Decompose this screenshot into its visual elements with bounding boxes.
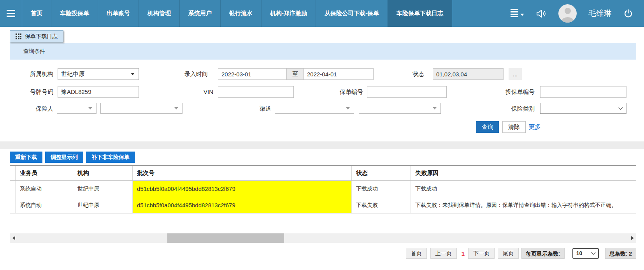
next-page-button[interactable]: 下一页 bbox=[468, 248, 495, 259]
tab-label: 保单下载日志 bbox=[25, 33, 58, 40]
scroll-right-arrow[interactable] bbox=[628, 233, 636, 243]
query-panel: 查询条件 所属机构 世纪中原 录入时间 至 状态 ... 号牌号码 VIN 保单… bbox=[10, 43, 636, 141]
top-navbar: 首页 车险投保单 出单账号 机构管理 系统用户 银行流水 机构-郑汴激励 从保险… bbox=[0, 0, 644, 27]
avatar-torso bbox=[562, 17, 574, 23]
row-empty-cell bbox=[10, 197, 16, 213]
entry-time-to-separator: 至 bbox=[286, 68, 304, 80]
total-count-label: 总条数: 2 bbox=[605, 248, 636, 259]
header-batch-no: 批次号 bbox=[133, 166, 352, 180]
status-more-button[interactable]: ... bbox=[509, 68, 522, 80]
caret-down-icon bbox=[346, 107, 350, 109]
row-batch-no: d51cbb5f0a004f4495bdd82813c2f679 bbox=[133, 197, 352, 213]
insurer-select-1[interactable] bbox=[57, 103, 97, 114]
nav-item-system-users[interactable]: 系统用户 bbox=[179, 0, 220, 27]
hamburger-bars bbox=[7, 10, 15, 17]
per-page-select[interactable]: 10 bbox=[572, 248, 599, 259]
header-salesman: 业务员 bbox=[16, 166, 73, 180]
nav-item-policy-download-log[interactable]: 车险保单下载日志 bbox=[388, 0, 452, 27]
policy-no-label: 保单编号 bbox=[320, 86, 363, 98]
row-status: 下载失败 bbox=[352, 197, 411, 213]
caret-down-icon bbox=[174, 107, 178, 109]
header-empty bbox=[10, 166, 16, 180]
header-org: 机构 bbox=[73, 166, 133, 180]
nav-item-org-incentive[interactable]: 机构-郑汴激励 bbox=[261, 0, 316, 27]
nav-item-download-from-insurer[interactable]: 从保险公司下载-保单 bbox=[316, 0, 388, 27]
tab-bar: 保单下载日志 bbox=[0, 27, 644, 43]
grid-icon bbox=[16, 34, 21, 39]
vin-input[interactable] bbox=[218, 86, 294, 98]
last-page-button[interactable]: 尾页 bbox=[498, 248, 519, 259]
tab-policy-download-log[interactable]: 保单下载日志 bbox=[10, 30, 63, 42]
nav-item-bank-flow[interactable]: 银行流水 bbox=[220, 0, 261, 27]
avatar[interactable] bbox=[558, 4, 577, 23]
per-page-label: 每页显示条数: bbox=[521, 248, 565, 259]
vin-label: VIN bbox=[170, 86, 213, 98]
navbar-right: 毛维琳 bbox=[511, 0, 644, 27]
search-button[interactable]: 查询 bbox=[476, 121, 499, 133]
policy-no-input[interactable] bbox=[367, 86, 447, 98]
insurance-type-select[interactable] bbox=[540, 103, 626, 114]
nav-item-auto-proposal[interactable]: 车险投保单 bbox=[51, 0, 98, 27]
prev-page-button[interactable]: 上一页 bbox=[430, 248, 457, 259]
proposal-no-label: 投保单编号 bbox=[492, 86, 535, 98]
caret-down-icon bbox=[131, 73, 135, 75]
proposal-no-input[interactable] bbox=[540, 86, 626, 98]
scrollbar-thumb[interactable] bbox=[167, 233, 284, 243]
row-empty-cell bbox=[10, 181, 16, 197]
main-nav: 首页 车险投保单 出单账号 机构管理 系统用户 银行流水 机构-郑汴激励 从保险… bbox=[22, 0, 452, 27]
triangle-left-icon bbox=[12, 236, 15, 240]
avatar-head bbox=[565, 8, 571, 14]
nav-item-home[interactable]: 首页 bbox=[22, 0, 51, 27]
entry-time-to-input[interactable] bbox=[304, 68, 374, 80]
chevron-down-icon bbox=[618, 105, 623, 109]
first-page-button[interactable]: 首页 bbox=[406, 248, 427, 259]
header-status: 状态 bbox=[352, 166, 411, 180]
entry-time-from-input[interactable] bbox=[218, 68, 287, 80]
triangle-right-icon bbox=[631, 236, 634, 240]
plate-input[interactable] bbox=[58, 86, 139, 98]
row-org: 世纪中原 bbox=[73, 197, 133, 213]
table-header-row: 业务员 机构 批次号 状态 失败原因 bbox=[10, 166, 636, 181]
download-non-auto-button[interactable]: 补下非车险保单 bbox=[86, 152, 135, 163]
download-log-table: 业务员 机构 批次号 状态 失败原因 系统自动 世纪中原 d51cbb5f0a0… bbox=[10, 165, 636, 214]
row-status: 下载成功 bbox=[352, 181, 411, 197]
status-label: 状态 bbox=[385, 68, 424, 80]
row-salesman: 系统自动 bbox=[16, 181, 73, 197]
query-form: 所属机构 世纪中原 录入时间 至 状态 ... 号牌号码 VIN 保单编号 投保… bbox=[10, 60, 636, 141]
sound-icon[interactable] bbox=[536, 9, 547, 19]
redownload-button[interactable]: 重新下载 bbox=[10, 152, 42, 163]
header-fail-reason: 失败原因 bbox=[411, 166, 636, 180]
plate-label: 号牌号码 bbox=[10, 86, 53, 98]
insurer-label: 保险人 bbox=[10, 103, 53, 115]
current-page-number: 1 bbox=[462, 250, 465, 257]
hamburger-menu-icon[interactable] bbox=[0, 0, 22, 27]
insurance-type-label: 保险类别 bbox=[492, 103, 535, 115]
query-panel-title: 查询条件 bbox=[10, 43, 636, 60]
org-label: 所属机构 bbox=[10, 68, 53, 80]
logout-power-icon[interactable] bbox=[623, 9, 633, 18]
chevron-down-icon bbox=[591, 250, 595, 254]
nav-item-org-management[interactable]: 机构管理 bbox=[139, 0, 179, 27]
nav-item-issuing-account[interactable]: 出单账号 bbox=[98, 0, 139, 27]
channel-select-2[interactable] bbox=[359, 103, 441, 114]
divider-band bbox=[0, 141, 644, 149]
org-select-value: 世纪中原 bbox=[61, 71, 84, 78]
row-org: 世纪中原 bbox=[73, 181, 133, 197]
more-link[interactable]: 更多 bbox=[528, 121, 541, 133]
org-select[interactable]: 世纪中原 bbox=[58, 68, 139, 80]
horizontal-scrollbar[interactable] bbox=[10, 233, 636, 243]
channel-label: 渠道 bbox=[228, 103, 271, 115]
adjust-columns-button[interactable]: 调整显示列 bbox=[45, 152, 83, 163]
table-row[interactable]: 系统自动 世纪中原 d51cbb5f0a004f4495bdd82813c2f6… bbox=[10, 197, 636, 214]
caret-down-icon bbox=[88, 107, 92, 109]
clear-button[interactable]: 清除 bbox=[502, 121, 526, 133]
table-row[interactable]: 系统自动 世纪中原 d51cbb5f0a004f4495bdd82813c2f6… bbox=[10, 181, 636, 197]
list-bars bbox=[511, 9, 518, 17]
row-fail-reason: 下载失败：未找到保单详情。原因：保单详情查询出错：输入字符串的格式不正确。 bbox=[411, 197, 636, 213]
entry-time-label: 录入时间 bbox=[165, 68, 208, 80]
channel-select-1[interactable] bbox=[275, 103, 354, 114]
insurer-select-2[interactable] bbox=[100, 103, 182, 114]
quick-menu-icon[interactable] bbox=[511, 9, 524, 18]
status-input[interactable] bbox=[433, 68, 504, 80]
scroll-left-arrow[interactable] bbox=[10, 233, 18, 243]
